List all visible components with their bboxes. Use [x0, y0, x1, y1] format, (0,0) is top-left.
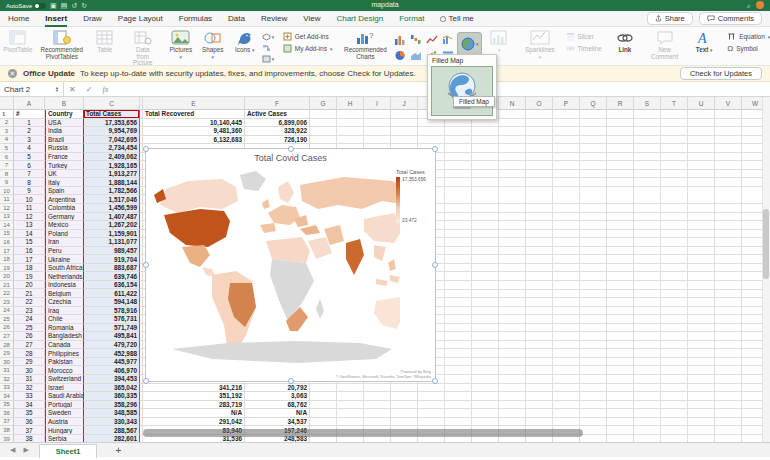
row-number[interactable]: 20: [0, 272, 14, 281]
tab-insert[interactable]: Insert: [37, 11, 75, 27]
row-number[interactable]: 34: [0, 392, 14, 401]
save-icon[interactable]: ▣: [50, 2, 57, 9]
grid-cell[interactable]: 8: [14, 178, 45, 187]
link-button[interactable]: Link: [610, 29, 640, 55]
grid-cell[interactable]: UK: [45, 170, 84, 179]
row-number[interactable]: 13: [0, 213, 14, 222]
grid-cell[interactable]: 4: [14, 144, 45, 153]
row-number[interactable]: 19: [0, 264, 14, 273]
grid-cell[interactable]: 5: [14, 153, 45, 162]
add-sheet-button[interactable]: +: [115, 445, 121, 456]
grid-cell[interactable]: 15: [14, 238, 45, 247]
chart-handle-sw[interactable]: [143, 378, 149, 384]
close-banner-icon[interactable]: ✕: [8, 69, 17, 78]
autosave-toggle[interactable]: AutoSave: [6, 3, 46, 9]
grid-cell[interactable]: 29: [14, 358, 45, 367]
chart-handle-n[interactable]: [288, 146, 294, 152]
grid-cell[interactable]: 27: [14, 341, 45, 350]
grid-cell[interactable]: 330,343: [84, 418, 140, 427]
row-number[interactable]: 6: [0, 153, 14, 162]
grid-cell[interactable]: 10: [14, 195, 45, 204]
grid-cell[interactable]: Italy: [45, 178, 84, 187]
row-number[interactable]: 23: [0, 298, 14, 307]
tab-draw[interactable]: Draw: [75, 11, 110, 27]
grid-cell[interactable]: 594,148: [84, 298, 140, 307]
grid-cell[interactable]: 360,335: [84, 392, 140, 401]
combo-chart-icon[interactable]: [440, 32, 455, 47]
share-button[interactable]: Share: [647, 12, 693, 25]
grid-cell[interactable]: Bangladesh: [45, 332, 84, 341]
grid-cell[interactable]: Country: [45, 110, 84, 119]
grid-cell[interactable]: France: [45, 153, 84, 162]
grid-cell[interactable]: 36: [14, 418, 45, 427]
timeline-button[interactable]: Timeline: [566, 44, 602, 53]
row-number[interactable]: 31: [0, 366, 14, 375]
column-header-H[interactable]: H: [337, 97, 364, 110]
tab-review[interactable]: Review: [253, 11, 295, 27]
grid-cell[interactable]: Argentina: [45, 195, 84, 204]
grid-cell[interactable]: 31: [14, 375, 45, 384]
grid-cell[interactable]: 30: [14, 366, 45, 375]
grid-cell[interactable]: 16: [14, 247, 45, 256]
grid-cell[interactable]: 636,154: [84, 281, 140, 290]
row-number[interactable]: 22: [0, 289, 14, 298]
grid-cell[interactable]: 611,422: [84, 289, 140, 298]
tab-page-layout[interactable]: Page Layout: [110, 11, 171, 27]
search-icon[interactable]: ⌕: [747, 2, 751, 9]
grid-cell[interactable]: 1,456,599: [84, 204, 140, 213]
grid-cell[interactable]: 394,453: [84, 375, 140, 384]
prev-sheet-icon[interactable]: ◀: [10, 446, 15, 454]
column-chart-icon[interactable]: [392, 32, 407, 47]
row-number[interactable]: 21: [0, 281, 14, 290]
grid-cell[interactable]: 1,782,566: [84, 187, 140, 196]
pictures-button[interactable]: Pictures ▾: [166, 29, 196, 61]
grid-cell[interactable]: 18: [14, 264, 45, 273]
vertical-scrollbar-thumb[interactable]: [763, 209, 769, 279]
grid-cell[interactable]: 571,749: [84, 324, 140, 333]
row-number[interactable]: 15: [0, 230, 14, 239]
tab-chart-design[interactable]: Chart Design: [328, 11, 391, 27]
row-number[interactable]: 4: [0, 136, 14, 145]
confirm-entry-icon[interactable]: ✓: [81, 85, 98, 94]
grid-cell[interactable]: 28: [14, 349, 45, 358]
row-number[interactable]: 12: [0, 204, 14, 213]
grid-cell[interactable]: Colombia: [45, 204, 84, 213]
tell-me-button[interactable]: Tell me: [432, 11, 481, 27]
grid-cell[interactable]: Pakistan: [45, 358, 84, 367]
grid-cell[interactable]: 17,353,656: [84, 119, 140, 128]
row-number[interactable]: 14: [0, 221, 14, 230]
row-number[interactable]: 26: [0, 324, 14, 333]
grid-cell[interactable]: Germany: [45, 213, 84, 222]
row-number[interactable]: 28: [0, 341, 14, 350]
grid-cell[interactable]: Peru: [45, 247, 84, 256]
grid-cell[interactable]: 68,762: [245, 401, 310, 410]
cancel-entry-icon[interactable]: ✕: [64, 85, 81, 94]
grid-cell[interactable]: 452,988: [84, 349, 140, 358]
icons-button[interactable]: Icons ▾: [230, 29, 260, 55]
grid-cell[interactable]: Morocco: [45, 366, 84, 375]
recommended-charts-button[interactable]: ? Recommended Charts: [340, 29, 390, 61]
grid-cell[interactable]: 25: [14, 324, 45, 333]
select-all-corner[interactable]: [0, 97, 14, 110]
column-header-T[interactable]: T: [661, 97, 688, 110]
redo-icon[interactable]: ↻: [81, 2, 87, 9]
grid-cell[interactable]: 34,537: [245, 418, 310, 427]
grid-cell[interactable]: 35: [14, 409, 45, 418]
my-addins-button[interactable]: My Add-ins ▾: [283, 44, 333, 53]
grid-cell[interactable]: 291,042: [143, 418, 245, 427]
row-number[interactable]: 2: [0, 119, 14, 128]
name-box-stepper[interactable]: ▲▼: [55, 86, 59, 93]
map-chart[interactable]: Total Covid Cases: [145, 148, 436, 382]
column-header-U[interactable]: U: [688, 97, 715, 110]
tab-view[interactable]: View: [295, 11, 328, 27]
symbol-button[interactable]: Ω Symbol: [727, 44, 770, 53]
grid-cell[interactable]: 2,409,062: [84, 153, 140, 162]
grid-cell[interactable]: 17: [14, 255, 45, 264]
grid-cell[interactable]: 989,457: [84, 247, 140, 256]
row-number[interactable]: 10: [0, 187, 14, 196]
pie-chart-icon[interactable]: [392, 48, 407, 63]
row-number[interactable]: 27: [0, 332, 14, 341]
grid-cell[interactable]: 12: [14, 213, 45, 222]
grid-cell[interactable]: 14: [14, 230, 45, 239]
grid-cell[interactable]: Sweden: [45, 409, 84, 418]
